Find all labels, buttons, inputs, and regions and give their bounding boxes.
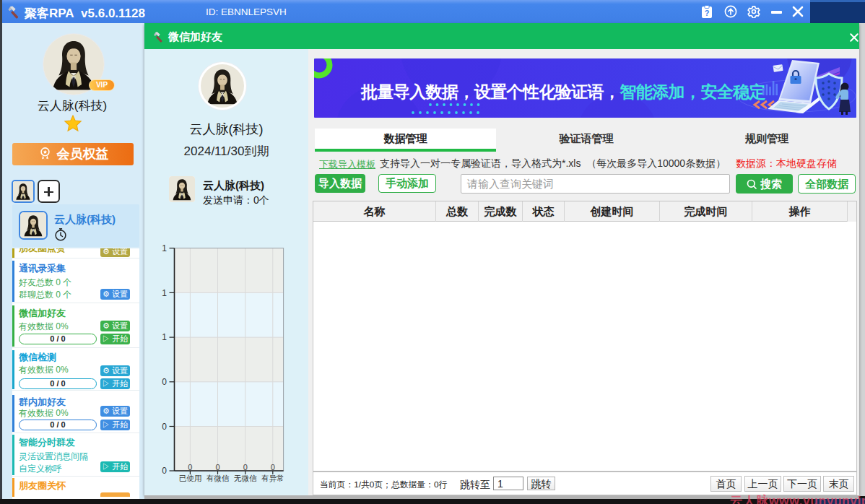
svg-text:1: 1 xyxy=(162,332,167,342)
svg-text:1: 1 xyxy=(162,288,167,298)
svg-text:0: 0 xyxy=(162,377,167,387)
svg-text:0: 0 xyxy=(243,463,248,472)
svg-text:0: 0 xyxy=(188,463,192,472)
svg-text:已使用: 已使用 xyxy=(179,474,202,482)
svg-text:批量导入数据，设置个性化验证语，智能添加，安全稳定: 批量导入数据，设置个性化验证语，智能添加，安全稳定 xyxy=(360,82,766,101)
svg-text:?: ? xyxy=(705,9,710,17)
svg-text:0: 0 xyxy=(271,463,275,472)
svg-text:0: 0 xyxy=(162,422,167,432)
svg-text:有异常: 有异常 xyxy=(261,474,284,482)
svg-text:0: 0 xyxy=(162,466,167,476)
svg-text:有微信: 有微信 xyxy=(207,474,230,482)
svg-text:无微信: 无微信 xyxy=(234,474,257,482)
svg-text:1: 1 xyxy=(162,244,167,253)
svg-text:0: 0 xyxy=(215,463,219,472)
